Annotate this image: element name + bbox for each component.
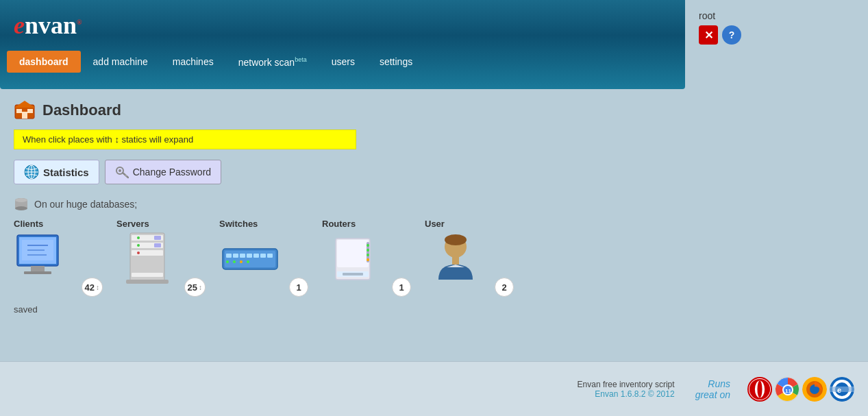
beta-label: beta xyxy=(295,56,307,63)
nav-item-users[interactable]: users xyxy=(319,51,367,73)
svg-rect-76 xyxy=(830,387,854,392)
svg-point-10 xyxy=(119,169,121,172)
svg-rect-43 xyxy=(253,254,259,258)
svg-point-16 xyxy=(15,198,27,202)
stat-img-servers[interactable]: 25 ↕ xyxy=(116,232,206,297)
stat-label-switches: Switches xyxy=(219,219,258,229)
runs-great-on: Runsgreat on xyxy=(695,378,730,400)
svg-rect-2 xyxy=(22,112,27,119)
stats-row: Clients 42 ↕ xyxy=(14,219,854,297)
svg-rect-34 xyxy=(154,243,161,247)
stat-card-clients: Clients 42 ↕ xyxy=(14,219,103,297)
browser-icons: 11 e xyxy=(747,377,854,402)
nav-item-network-scan[interactable]: network scanbeta xyxy=(226,51,319,73)
svg-rect-51 xyxy=(337,240,369,267)
page-title-area: Dashboard xyxy=(14,99,854,121)
logo-dot: ® xyxy=(77,19,82,26)
change-password-button[interactable]: Change Password xyxy=(105,160,221,184)
svg-point-48 xyxy=(240,260,243,263)
db-label-text: On our huge databases; xyxy=(34,199,137,210)
svg-point-31 xyxy=(137,244,140,247)
svg-point-54 xyxy=(367,249,369,252)
change-password-label: Change Password xyxy=(133,167,211,178)
footer: Envan free inventory script Envan 1.6.8.… xyxy=(0,361,868,416)
statistics-button[interactable]: Statistics xyxy=(14,160,99,184)
stat-badge-routers[interactable]: 1 xyxy=(392,278,411,297)
logo-area: envan® xyxy=(0,0,685,48)
svg-point-60 xyxy=(445,234,467,245)
footer-version: Envan 1.6.8.2 © 2012 xyxy=(578,389,675,399)
stat-label-routers: Routers xyxy=(322,219,356,229)
stat-badge-switches[interactable]: 1 xyxy=(289,278,308,297)
top-controls: root ✕ ? xyxy=(699,10,741,45)
svg-point-32 xyxy=(137,252,140,254)
nav-item-dashboard[interactable]: dashboard xyxy=(7,51,81,73)
svg-rect-3 xyxy=(16,109,22,113)
computer-icon xyxy=(14,232,75,286)
svg-marker-1 xyxy=(14,101,35,108)
stat-img-clients[interactable]: 42 ↕ xyxy=(14,232,103,297)
database-icon xyxy=(14,197,29,212)
svg-point-15 xyxy=(15,206,27,210)
logo: envan® xyxy=(14,11,82,40)
stat-card-routers: Routers 1 xyxy=(322,219,411,297)
user-icon xyxy=(425,232,486,286)
stat-badge-servers[interactable]: 25 ↕ xyxy=(184,278,206,297)
stat-badge-user[interactable]: 2 xyxy=(495,278,514,297)
footer-text: Envan free inventory script Envan 1.6.8.… xyxy=(578,380,675,399)
svg-point-30 xyxy=(137,236,140,239)
statistics-label: Statistics xyxy=(43,167,89,178)
header: envan® dashboard add machine machines ne… xyxy=(0,0,685,89)
svg-point-46 xyxy=(226,260,229,263)
svg-rect-33 xyxy=(154,236,161,240)
opera-svg xyxy=(749,378,771,401)
nav-item-settings[interactable]: settings xyxy=(367,51,425,73)
top-buttons: ✕ ? xyxy=(699,25,741,45)
stat-count-switches: 1 xyxy=(296,282,301,293)
stat-label-user: User xyxy=(425,219,445,229)
svg-rect-38 xyxy=(225,251,275,267)
svg-rect-4 xyxy=(27,109,33,113)
ie-svg: e xyxy=(830,377,854,402)
svg-point-55 xyxy=(367,254,369,256)
db-label-area: On our huge databases; xyxy=(14,197,854,212)
svg-rect-39 xyxy=(226,254,232,258)
user-label: root xyxy=(699,10,715,21)
stat-img-user[interactable]: 2 xyxy=(425,232,514,297)
svg-rect-35 xyxy=(132,273,163,277)
svg-rect-41 xyxy=(240,254,245,258)
stat-count-servers: 25 xyxy=(188,282,197,293)
statistics-icon xyxy=(24,164,39,180)
stat-img-switches[interactable]: 1 xyxy=(219,232,308,297)
stat-card-switches: Switches xyxy=(219,219,308,297)
saved-label: saved xyxy=(14,304,38,315)
notice-bar: When click places with ↕ statics will ex… xyxy=(14,130,356,149)
svg-point-64 xyxy=(757,380,762,397)
stat-img-routers[interactable]: 1 xyxy=(322,232,411,297)
svg-rect-61 xyxy=(452,256,459,265)
svg-point-49 xyxy=(247,260,249,263)
svg-rect-40 xyxy=(233,254,238,258)
stat-card-user: User 2 xyxy=(425,219,514,297)
help-button[interactable]: ? xyxy=(722,25,741,45)
notice-text: When click places with ↕ statics will ex… xyxy=(23,134,193,145)
page-title: Dashboard xyxy=(42,101,121,119)
svg-rect-45 xyxy=(267,254,273,258)
firefox-svg xyxy=(802,377,827,402)
trend-icon-servers: ↕ xyxy=(199,284,202,291)
stat-badge-clients[interactable]: 42 ↕ xyxy=(82,278,103,297)
nav-item-machines[interactable]: machines xyxy=(160,51,226,73)
nav-item-add-machine[interactable]: add machine xyxy=(81,51,160,73)
stat-label-servers: Servers xyxy=(116,219,149,229)
content-area: Dashboard When click places with ↕ stati… xyxy=(0,89,868,325)
close-button[interactable]: ✕ xyxy=(699,25,718,45)
svg-rect-36 xyxy=(126,280,169,284)
logo-e: e xyxy=(14,12,25,39)
trend-icon-clients: ↕ xyxy=(96,284,99,291)
svg-rect-21 xyxy=(24,271,51,274)
ie-icon: e xyxy=(830,377,854,402)
chrome-svg: 11 xyxy=(776,378,799,402)
stat-count-clients: 42 xyxy=(85,282,95,293)
svg-text:11: 11 xyxy=(785,388,791,394)
svg-point-56 xyxy=(367,258,369,261)
